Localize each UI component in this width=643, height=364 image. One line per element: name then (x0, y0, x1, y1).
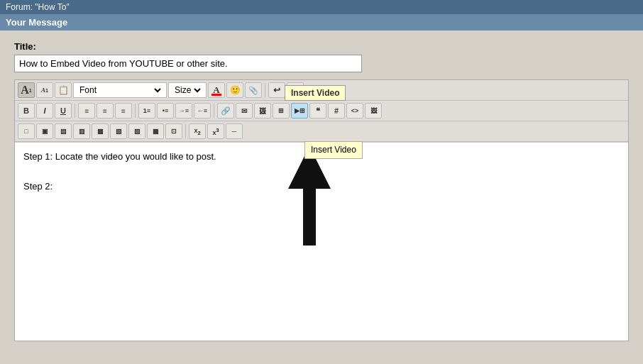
align-center-button[interactable]: ≡ (97, 103, 114, 118)
hr-button[interactable]: ─ (226, 123, 243, 139)
sep5 (185, 124, 186, 138)
format-a1-button[interactable]: A1 (18, 82, 35, 98)
subscript-button[interactable]: x2 (189, 123, 206, 139)
box3-button[interactable]: ▤ (55, 123, 72, 139)
box8-button[interactable]: ▩ (147, 123, 164, 139)
font-select[interactable]: Font Arial Times New Roman Courier New V… (77, 84, 163, 96)
ordered-list-button[interactable]: 1≡ (138, 103, 155, 118)
editor-line-1: Step 1: Locate the video you would like … (23, 150, 620, 165)
sep3 (135, 104, 136, 118)
superscript-button[interactable]: x3 (207, 123, 224, 139)
link-button[interactable]: 🔗 (217, 103, 234, 118)
title-label: Title: (14, 41, 629, 52)
redo-button[interactable]: ↪ (287, 82, 304, 98)
svg-rect-0 (303, 185, 316, 246)
image2-button[interactable]: 🖼 (365, 103, 382, 118)
attach-button[interactable]: 📎 (245, 82, 262, 98)
code-button[interactable]: <> (346, 103, 363, 118)
unordered-list-button[interactable]: •≡ (157, 103, 174, 118)
clip-button[interactable]: 📋 (55, 82, 72, 98)
italic-button[interactable]: I (36, 103, 53, 118)
align-left-button[interactable]: ≡ (78, 103, 95, 118)
sep4 (214, 104, 214, 118)
outdent-button[interactable]: ←≡ (194, 103, 211, 118)
indent-button[interactable]: →≡ (175, 103, 192, 118)
forum-bar: Forum: "How To" Your Message (0, 0, 643, 31)
toolbar-sep-1 (265, 83, 265, 97)
bold-button[interactable]: B (18, 103, 35, 118)
size-dropdown[interactable]: Size 8 10 12 14 18 24 (168, 82, 207, 98)
format-a2-button[interactable]: A1 (36, 82, 53, 98)
toolbar-row-2: B I U ≡ ≡ ≡ 1≡ •≡ (15, 101, 628, 121)
insert-video-button[interactable]: ▶⊞ Insert Video (291, 103, 308, 118)
underline-button[interactable]: U (55, 103, 72, 118)
table-button[interactable]: ⊞ (273, 103, 290, 118)
align-right-button[interactable]: ≡ (115, 103, 132, 118)
box1-button[interactable]: □ (18, 123, 35, 139)
your-message-title: Your Message (6, 17, 67, 28)
editor-area[interactable]: Step 1: Locate the video you would like … (15, 142, 628, 341)
font-color-button[interactable]: A (208, 82, 225, 98)
forum-bar-text: Forum: "How To" (6, 2, 70, 12)
editor-container: A1 A1 📋 Font Arial Times New Roman Couri… (14, 79, 629, 341)
undo-button[interactable]: ↩ (268, 82, 285, 98)
box5-button[interactable]: ▦ (92, 123, 109, 139)
box6-button[interactable]: ▧ (110, 123, 127, 139)
image-button[interactable]: 🖼 (254, 103, 271, 118)
font-dropdown[interactable]: Font Arial Times New Roman Courier New V… (73, 82, 167, 98)
box9-button[interactable]: ⊡ (165, 123, 182, 139)
box2-button[interactable]: ▣ (36, 123, 53, 139)
email-button[interactable]: ✉ (236, 103, 253, 118)
title-input[interactable] (14, 55, 362, 72)
toolbar-row-3: □ ▣ ▤ ▥ ▦ ▧ ▨ ▩ ⊡ x2 x3 ─ (15, 121, 628, 142)
size-select[interactable]: Size 8 10 12 14 18 24 (172, 84, 203, 96)
emoji-button[interactable]: 🙂 (226, 82, 243, 98)
main-content: Title: A1 A1 📋 Font Arial Times New Roma… (0, 31, 643, 364)
title-row: Title: (14, 41, 629, 72)
hash-button[interactable]: # (328, 103, 345, 118)
sep2 (75, 104, 75, 118)
box4-button[interactable]: ▥ (73, 123, 90, 139)
editor-line-2: Step 2: (23, 180, 620, 194)
box7-button[interactable]: ▨ (128, 123, 145, 139)
quote-button[interactable]: ❝ (309, 103, 326, 118)
toolbar-row-1: A1 A1 📋 Font Arial Times New Roman Couri… (15, 80, 628, 101)
